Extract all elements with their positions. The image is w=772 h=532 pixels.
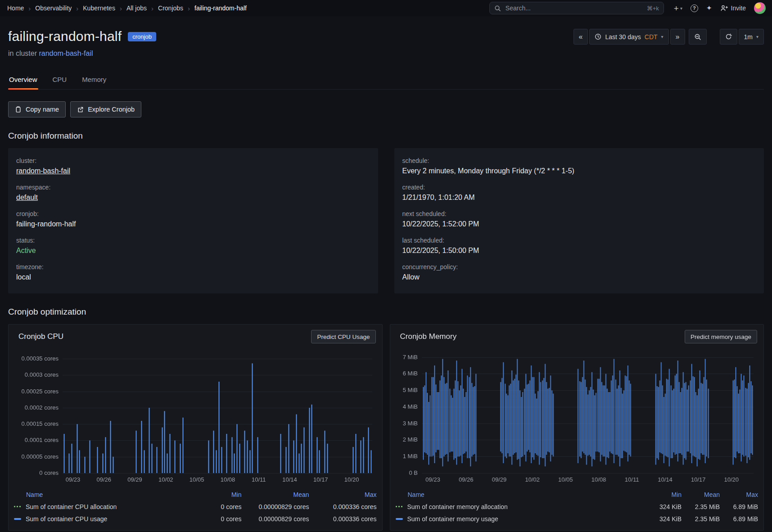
- memory-usage-chart[interactable]: [396, 345, 758, 486]
- field-cluster: cluster: random-bash-fail: [16, 157, 370, 175]
- breadcrumb-kubernetes[interactable]: Kubernetes: [82, 3, 116, 14]
- search-box[interactable]: ⌘+k: [489, 2, 664, 14]
- series-name[interactable]: Sum of container memory allocation: [407, 503, 637, 510]
- schedule-value: Every 2 minutes, Monday through Friday (…: [402, 167, 756, 175]
- time-range-picker[interactable]: Last 30 days CDT ▾: [589, 29, 668, 45]
- series-min-value: 324 KiB: [637, 503, 682, 510]
- tab-memory[interactable]: Memory: [81, 71, 107, 89]
- cronjob-info-left-panel: cluster: random-bash-fail namespace: def…: [8, 148, 378, 293]
- top-navbar: Home › Observability › Kubernetes › All …: [0, 0, 772, 16]
- legend-header-name[interactable]: Name: [396, 491, 637, 498]
- legend-row-memory-allocation: Sum of container memory allocation 324 K…: [396, 500, 758, 513]
- created-value: 1/21/1970, 1:01:20 AM: [402, 194, 756, 202]
- namespace-value-link[interactable]: default: [16, 194, 370, 202]
- person-plus-icon: [720, 5, 728, 12]
- explore-cronjob-button[interactable]: Explore Cronjob: [70, 101, 141, 117]
- breadcrumb-separator-icon: ›: [148, 5, 157, 12]
- add-new-button[interactable]: + ▾: [674, 4, 682, 13]
- nav-icon-group: + ▾ ? ✦ Invite: [674, 2, 766, 14]
- legend-header-max[interactable]: Max: [720, 491, 758, 498]
- next-scheduled-value: 10/22/2025, 1:52:00 PM: [402, 220, 756, 228]
- timezone-label: CDT: [645, 33, 658, 41]
- field-label: schedule:: [402, 157, 756, 164]
- avatar[interactable]: [754, 2, 766, 14]
- tab-bar: Overview CPU Memory: [8, 71, 764, 90]
- series-max-value: 6.89 MiB: [720, 515, 758, 523]
- series-dashed-line-icon: [14, 506, 21, 507]
- legend-header-max[interactable]: Max: [309, 491, 377, 498]
- series-name[interactable]: Sum of container memory usage: [407, 515, 637, 523]
- series-max-value: 0.000336 cores: [309, 515, 377, 523]
- search-input[interactable]: [505, 4, 643, 12]
- breadcrumb-cronjobs[interactable]: Cronjobs: [157, 3, 184, 14]
- breadcrumb-home[interactable]: Home: [6, 3, 25, 14]
- time-shift-back-button[interactable]: «: [573, 29, 588, 45]
- cpu-usage-chart[interactable]: [14, 345, 377, 486]
- field-label: status:: [16, 237, 370, 244]
- refresh-button[interactable]: [720, 29, 737, 45]
- timezone-value: local: [16, 273, 370, 281]
- sparkle-icon: ✦: [706, 4, 712, 12]
- legend-row-cpu-usage: Sum of container CPU usage 0 cores 0.000…: [14, 513, 377, 525]
- legend-row-memory-usage: Sum of container memory usage 324 KiB 2.…: [396, 513, 758, 525]
- refresh-interval-label: 1m: [744, 33, 753, 41]
- cronjob-information-panels: cluster: random-bash-fail namespace: def…: [8, 148, 764, 293]
- help-button[interactable]: ?: [691, 5, 698, 12]
- concurrency-policy-value: Allow: [402, 273, 756, 281]
- field-namespace: namespace: default: [16, 184, 370, 202]
- breadcrumb-separator-icon: ›: [25, 5, 34, 12]
- field-created: created: 1/21/1970, 1:01:20 AM: [402, 184, 756, 202]
- invite-button[interactable]: Invite: [720, 5, 746, 12]
- invite-label: Invite: [731, 5, 746, 12]
- copy-name-button[interactable]: Copy name: [8, 101, 66, 117]
- cpu-legend: Name Min Mean Max Sum of container CPU a…: [14, 488, 377, 525]
- breadcrumb-all-jobs[interactable]: All jobs: [126, 3, 148, 14]
- section-title-cronjob-information: Cronjob information: [8, 131, 764, 141]
- time-shift-forward-button[interactable]: »: [670, 29, 685, 45]
- memory-chart-title: Cronjob Memory: [400, 332, 457, 341]
- refresh-interval-picker[interactable]: 1m ▾: [739, 29, 764, 45]
- breadcrumb-separator-icon: ›: [72, 5, 82, 12]
- series-mean-value: 0.00000829 cores: [242, 503, 309, 510]
- memory-legend: Name Min Mean Max Sum of container memor…: [396, 488, 758, 525]
- copy-name-label: Copy name: [26, 106, 59, 113]
- time-range-label: Last 30 days: [605, 33, 641, 41]
- legend-header-mean[interactable]: Mean: [242, 491, 309, 498]
- legend-header-name[interactable]: Name: [14, 491, 201, 498]
- field-label: cronjob:: [16, 210, 370, 217]
- series-name[interactable]: Sum of container CPU allocation: [26, 503, 201, 510]
- cluster-link[interactable]: random-bash-fail: [39, 50, 93, 57]
- zoom-out-button[interactable]: [689, 29, 707, 45]
- field-label: concurrency_policy:: [402, 263, 756, 271]
- series-max-value: 6.89 MiB: [720, 503, 758, 510]
- search-icon: [494, 5, 501, 12]
- field-cronjob: cronjob: failing-random-half: [16, 210, 370, 228]
- tab-overview[interactable]: Overview: [8, 71, 38, 89]
- page-header: failing-random-half cronjob in cluster r…: [8, 29, 764, 58]
- cronjob-badge: cronjob: [128, 32, 156, 41]
- series-name[interactable]: Sum of container CPU usage: [26, 515, 201, 523]
- breadcrumb-current-page[interactable]: failing-random-half: [194, 3, 248, 14]
- series-min-value: 0 cores: [201, 503, 242, 510]
- cronjob-value: failing-random-half: [16, 220, 370, 228]
- cpu-legend-header: Name Min Mean Max: [14, 488, 377, 500]
- legend-header-min[interactable]: Min: [201, 491, 242, 498]
- predict-cpu-usage-button[interactable]: Predict CPU Usage: [311, 330, 375, 343]
- subtitle-prefix: in cluster: [8, 50, 37, 57]
- predict-memory-usage-button[interactable]: Predict memory usage: [685, 330, 757, 343]
- field-concurrency-policy: concurrency_policy: Allow: [402, 263, 756, 281]
- cluster-value-link[interactable]: random-bash-fail: [16, 167, 370, 175]
- question-icon: ?: [691, 5, 698, 12]
- field-label: timezone:: [16, 263, 370, 271]
- field-last-scheduled: last scheduled: 10/22/2025, 1:50:00 PM: [402, 237, 756, 255]
- series-mean-value: 0.00000829 cores: [242, 515, 309, 523]
- field-label: namespace:: [16, 184, 370, 191]
- ai-assistant-button[interactable]: ✦: [706, 4, 712, 12]
- tab-cpu[interactable]: CPU: [52, 71, 68, 89]
- cronjob-memory-panel: Cronjob Memory Predict memory usage Name…: [390, 324, 764, 531]
- page-title: failing-random-half: [8, 29, 122, 44]
- field-next-scheduled: next scheduled: 10/22/2025, 1:52:00 PM: [402, 210, 756, 228]
- breadcrumb-observability[interactable]: Observability: [34, 3, 72, 14]
- legend-header-min[interactable]: Min: [637, 491, 682, 498]
- legend-header-mean[interactable]: Mean: [682, 491, 720, 498]
